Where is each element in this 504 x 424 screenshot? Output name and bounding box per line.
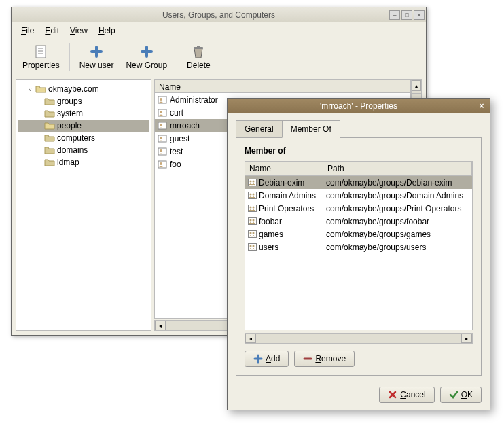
new-group-label: New Group xyxy=(126,60,167,70)
svg-point-28 xyxy=(250,219,252,222)
svg-rect-5 xyxy=(197,46,200,47)
minimize-button[interactable]: – xyxy=(389,10,400,20)
tree-label: idmap xyxy=(57,158,79,167)
tree-root[interactable]: ▿okmaybe.com xyxy=(18,83,149,95)
svg-point-32 xyxy=(253,232,255,234)
cancel-icon xyxy=(388,390,397,400)
tabs: General Member Of xyxy=(236,120,482,138)
group-name: games xyxy=(259,230,283,239)
group-row[interactable]: Print Operatorscom/okmaybe/groups/Print … xyxy=(245,202,472,215)
svg-point-7 xyxy=(160,98,162,101)
delete-button[interactable]: Delete xyxy=(181,41,216,73)
close-button[interactable]: × xyxy=(414,10,425,20)
new-user-label: New user xyxy=(79,60,114,70)
toolbar-separator xyxy=(177,43,177,71)
group-table-body[interactable]: Debian-eximcom/okmaybe/groups/Debian-exi… xyxy=(245,176,472,330)
list-item-label: guest xyxy=(170,134,190,143)
svg-point-13 xyxy=(160,137,162,139)
group-name: Debian-exim xyxy=(259,178,304,188)
tree-item-groups[interactable]: groups xyxy=(18,95,149,107)
cancel-label: ancel xyxy=(406,390,426,400)
svg-point-17 xyxy=(160,162,162,165)
tree-item-idmap[interactable]: idmap xyxy=(18,156,149,169)
group-row[interactable]: Debian-eximcom/okmaybe/groups/Debian-exi… xyxy=(245,176,472,189)
add-button[interactable]: Add xyxy=(245,351,289,367)
dialog-horizontal-scrollbar[interactable]: ◂ ▸ xyxy=(245,333,473,344)
user-icon xyxy=(158,109,167,117)
folder-icon xyxy=(44,146,55,154)
col-header-name[interactable]: Name xyxy=(245,162,323,175)
group-icon xyxy=(248,205,257,212)
user-icon xyxy=(158,96,167,104)
dialog-titlebar[interactable]: 'mrroach' - Properties × xyxy=(228,99,490,113)
properties-button[interactable]: Properties xyxy=(17,41,65,73)
list-item-label: foo xyxy=(170,160,181,169)
svg-rect-4 xyxy=(194,47,203,49)
delete-label: Delete xyxy=(187,60,211,70)
tab-content: Member of Name Path Debian-eximcom/okmay… xyxy=(236,137,482,376)
group-icon xyxy=(248,179,257,186)
new-user-button[interactable]: New user xyxy=(74,41,120,73)
cancel-button[interactable]: Cancel xyxy=(379,387,434,403)
tree-toggle-icon[interactable]: ▿ xyxy=(26,86,33,92)
svg-point-25 xyxy=(250,207,252,209)
group-row[interactable]: foobarcom/okmaybe/groups/foobar xyxy=(245,215,472,228)
svg-point-34 xyxy=(250,245,252,247)
menu-edit[interactable]: Edit xyxy=(41,24,63,37)
tree-label: system xyxy=(57,109,83,118)
ok-button[interactable]: OK xyxy=(440,387,482,403)
hscroll-track[interactable] xyxy=(256,334,461,343)
user-icon xyxy=(158,135,167,143)
remove-label: emove xyxy=(321,354,346,364)
tree-item-computers[interactable]: computers xyxy=(18,132,149,144)
group-row[interactable]: userscom/okmaybe/groups/users xyxy=(245,241,472,253)
svg-point-31 xyxy=(250,232,252,234)
scroll-right-button[interactable]: ▸ xyxy=(461,334,472,343)
main-titlebar[interactable]: Users, Groups, and Computers – □ × xyxy=(12,7,426,22)
col-header-path[interactable]: Path xyxy=(323,162,472,175)
ok-icon xyxy=(449,390,458,400)
add-label: dd xyxy=(271,354,280,364)
plus-icon xyxy=(253,354,263,364)
menu-help[interactable]: Help xyxy=(94,24,120,37)
scroll-left-button[interactable]: ◂ xyxy=(245,334,256,343)
user-icon xyxy=(158,122,167,130)
scroll-left-button[interactable]: ◂ xyxy=(155,321,166,330)
group-row[interactable]: gamescom/okmaybe/groups/games xyxy=(245,228,472,241)
user-icon xyxy=(158,147,167,156)
list-item-label: mrroach xyxy=(170,121,200,130)
dialog-title: 'mrroach' - Properties xyxy=(320,101,397,111)
menu-file[interactable]: File xyxy=(17,24,38,37)
tab-member-of[interactable]: Member Of xyxy=(282,120,340,138)
svg-rect-0 xyxy=(36,46,46,58)
tree-item-system[interactable]: system xyxy=(18,107,149,120)
menu-view[interactable]: View xyxy=(66,24,92,37)
list-item-label: Administrator xyxy=(170,95,218,105)
tree-label: domains xyxy=(57,145,88,155)
tree-item-domains[interactable]: domains xyxy=(18,144,149,156)
tree-item-people[interactable]: people xyxy=(18,120,149,132)
tree-label: okmaybe.com xyxy=(48,84,99,94)
list-header-name[interactable]: Name xyxy=(155,80,410,92)
menubar: File Edit View Help xyxy=(12,22,426,39)
folder-icon xyxy=(44,109,55,118)
tree-label: people xyxy=(57,121,82,130)
svg-point-26 xyxy=(253,207,255,209)
trash-icon xyxy=(191,44,206,59)
scroll-up-button[interactable]: ▴ xyxy=(412,80,421,91)
tree-panel[interactable]: ▿okmaybe.comgroupssystempeoplecomputersd… xyxy=(16,80,151,331)
group-table: Name Path Debian-eximcom/okmaybe/groups/… xyxy=(245,161,473,330)
user-icon xyxy=(158,160,167,169)
list-header[interactable]: Name xyxy=(154,80,411,93)
group-row[interactable]: Domain Adminscom/okmaybe/groups/Domain A… xyxy=(245,189,472,202)
group-name: Print Operators xyxy=(259,204,314,213)
dialog-close-button[interactable]: × xyxy=(476,101,487,111)
remove-button[interactable]: Remove xyxy=(294,351,355,367)
group-icon xyxy=(248,243,257,251)
toolbar-separator xyxy=(69,43,70,71)
maximize-button[interactable]: □ xyxy=(401,10,412,20)
tab-general[interactable]: General xyxy=(236,120,283,138)
group-name: Domain Admins xyxy=(259,191,316,200)
folder-icon xyxy=(44,158,55,166)
new-group-button[interactable]: New Group xyxy=(120,41,173,73)
